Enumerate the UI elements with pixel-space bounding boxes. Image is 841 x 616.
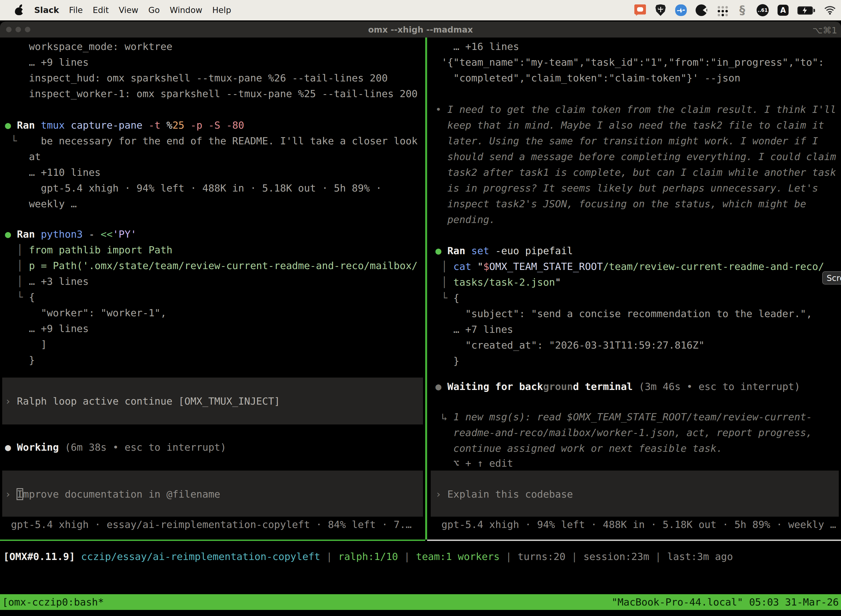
pacman-icon[interactable] bbox=[695, 4, 708, 17]
chat-app-icon[interactable] bbox=[633, 4, 647, 17]
terminal-line: … +16 lines bbox=[435, 39, 519, 54]
tmux-status-bar: [omx-cczip0:bash* "MacBook-Pro-44.local"… bbox=[0, 594, 841, 610]
terminal-line: ● Ran set -euo pipefail bbox=[435, 243, 573, 259]
terminal-line: "completed","claim_token":"claim-token"}… bbox=[435, 70, 740, 86]
menu-bar-tray: ..61A bbox=[633, 0, 840, 20]
terminal-line: … +7 lines bbox=[435, 321, 513, 337]
tmux-host-clock: "MacBook-Pro-44.local" 05:03 31-Mar-26 bbox=[611, 594, 839, 610]
terminal-line: │ p = Path('.omx/state/team/review-curre… bbox=[5, 258, 418, 273]
terminal-line: inspect_hud: omx sparkshell --tmux-pane … bbox=[5, 70, 388, 86]
terminal-line: ↳ 1 new msg(s): read $OMX_TEAM_STATE_ROO… bbox=[435, 409, 812, 425]
speed-monitor-icon[interactable] bbox=[674, 4, 687, 17]
apple-menu-icon[interactable] bbox=[14, 4, 24, 16]
menu-item-slack[interactable]: Slack bbox=[34, 5, 59, 15]
terminal-line: is in progress? It seems likely but perh… bbox=[435, 180, 818, 196]
terminal-line: └ be necessary for the end of the README… bbox=[5, 133, 418, 149]
window-title-bar: omx --xhigh --madmax ⌥⌘1 bbox=[0, 22, 841, 38]
menu-item-view[interactable]: View bbox=[119, 5, 138, 15]
menu-item-go[interactable]: Go bbox=[148, 5, 160, 15]
terminal-line: › Explain this codebase bbox=[435, 486, 573, 502]
terminal-line: ] bbox=[5, 336, 47, 352]
terminal-line: inspect_worker-1: omx sparkshell --tmux-… bbox=[5, 86, 418, 101]
terminal-line: pending. bbox=[435, 212, 495, 227]
terminal-line: ● Waiting for background terminal (3m 46… bbox=[435, 378, 800, 395]
count-badge-icon[interactable]: ..61 bbox=[756, 4, 769, 17]
screen-share-tooltip: Scre bbox=[822, 271, 841, 285]
terminal-line: task2 after task1 is complete, but can I… bbox=[435, 164, 836, 180]
terminal-line: "created_at": "2026-03-31T11:59:27.816Z" bbox=[435, 337, 705, 353]
menu-item-help[interactable]: Help bbox=[212, 5, 231, 15]
terminal-line: } bbox=[435, 353, 459, 369]
snake-icon[interactable] bbox=[736, 4, 749, 17]
terminal-line: inspect task2's JSON, focusing on the st… bbox=[435, 196, 806, 212]
shield-grid-icon[interactable] bbox=[654, 4, 667, 17]
terminal-window: omx --xhigh --madmax ⌥⌘1 [OMX#0.11.9] cc… bbox=[0, 22, 841, 616]
menu-items: SlackFileEditViewGoWindowHelp bbox=[34, 5, 231, 15]
menu-item-edit[interactable]: Edit bbox=[93, 5, 109, 15]
terminal-line: • I need to get the claim token from the… bbox=[435, 101, 836, 117]
terminal-line: gpt-5.4 xhigh · 94% left · 488K in · 5.1… bbox=[5, 180, 382, 196]
terminal-line: … +9 lines bbox=[5, 54, 89, 70]
terminal-line: │ tasks/task-2.json" bbox=[435, 274, 561, 290]
lightning-bolt-icon bbox=[802, 7, 808, 14]
terminal-line: workspace_mode: worktree bbox=[5, 39, 173, 54]
terminal-line: } bbox=[5, 352, 35, 368]
tmux-session-tab[interactable]: [omx-cczip0:bash* bbox=[2, 594, 104, 610]
terminal-line: │ cat "$OMX_TEAM_STATE_ROOT/team/review-… bbox=[435, 259, 824, 274]
terminal-line: ● Ran tmux capture-pane -t %25 -p -S -80 bbox=[5, 117, 244, 133]
macos-menu-bar: SlackFileEditViewGoWindowHelp ..61A bbox=[0, 0, 841, 21]
terminal-content: [OMX#0.11.9] cczip/essay/ai-reimplementa… bbox=[0, 38, 841, 616]
right-pane[interactable]: … +16 lines '{"team_name":"my-team","tas… bbox=[428, 38, 841, 540]
terminal-line: later. Using the same for transition mig… bbox=[435, 133, 818, 149]
terminal-line: › Ralph loop active continue [OMX_TMUX_I… bbox=[5, 393, 280, 409]
terminal-line: "worker": "worker-1", bbox=[5, 305, 166, 321]
terminal-line: ⌥ + ↑ edit bbox=[435, 455, 513, 471]
terminal-line: continue assigned work or next feasible … bbox=[435, 440, 722, 456]
terminal-line: should send a message before completing … bbox=[435, 149, 836, 164]
left-pane[interactable]: workspace_mode: worktree … +9 lines insp… bbox=[0, 38, 425, 540]
terminal-line: '{"team_name":"my-team","task_id":"1","f… bbox=[435, 54, 824, 70]
terminal-line: "subject": "send a concise recommendatio… bbox=[435, 306, 812, 321]
terminal-line: readme-and-reco/mailbox/worker-1.json, a… bbox=[435, 425, 812, 440]
terminal-line: ● Working (6m 38s • esc to interrupt) bbox=[5, 439, 226, 455]
wifi-icon[interactable] bbox=[823, 4, 837, 17]
terminal-line: └ { bbox=[5, 289, 35, 305]
terminal-line: ● Ran python3 - <<'PY' bbox=[5, 226, 136, 242]
text-cursor: I bbox=[17, 488, 23, 500]
terminal-line: └ { bbox=[435, 290, 459, 306]
window-title: omx --xhigh --madmax bbox=[0, 22, 841, 38]
terminal-line: … +9 lines bbox=[5, 321, 89, 336]
right-pane-bottom-border bbox=[427, 540, 841, 541]
terminal-line: … +110 lines bbox=[5, 164, 101, 180]
terminal-line: │ from pathlib import Path bbox=[5, 242, 173, 258]
battery-icon[interactable] bbox=[797, 4, 816, 17]
window-shortcut-hint: ⌥⌘1 bbox=[813, 25, 837, 35]
terminal-line: │ … +3 lines bbox=[5, 273, 89, 289]
terminal-line: weekly … bbox=[5, 196, 77, 212]
menu-item-window[interactable]: Window bbox=[170, 5, 202, 15]
left-pane-bottom-border bbox=[0, 540, 425, 541]
input-source-icon[interactable]: A bbox=[777, 4, 790, 17]
terminal-line: › Improve documentation in @filename bbox=[5, 486, 220, 502]
screen: SlackFileEditViewGoWindowHelp ..61A omx … bbox=[0, 0, 841, 616]
terminal-line: at bbox=[5, 149, 41, 164]
terminal-line: keep that in mind. Maybe I also need the… bbox=[435, 117, 824, 133]
dots-grid-icon[interactable] bbox=[715, 4, 728, 17]
terminal-line: gpt-5.4 xhigh · essay/ai-reimplementatio… bbox=[5, 517, 412, 532]
menu-item-file[interactable]: File bbox=[69, 5, 83, 15]
pane-divider[interactable] bbox=[425, 38, 427, 540]
terminal-line: gpt-5.4 xhigh · 94% left · 488K in · 5.1… bbox=[435, 517, 836, 532]
terminal-line: [OMX#0.11.9] cczip/essay/ai-reimplementa… bbox=[3, 549, 733, 565]
